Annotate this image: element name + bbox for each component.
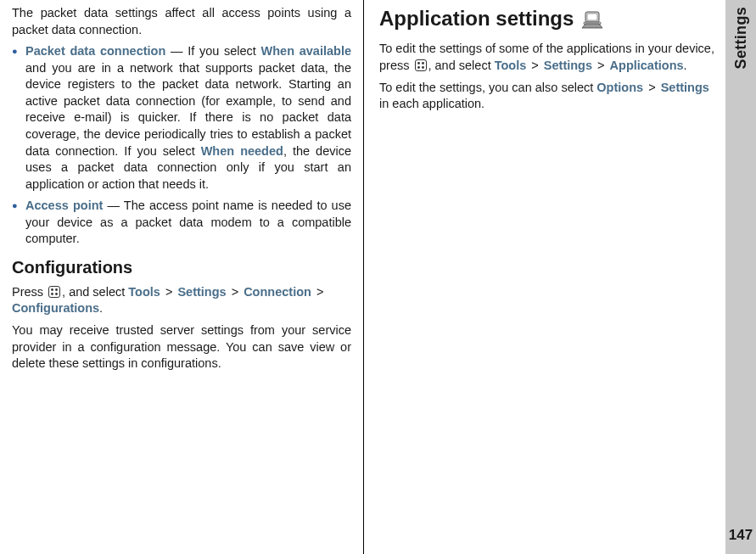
- svg-point-10: [422, 62, 424, 64]
- path-tools: Tools: [495, 59, 527, 72]
- configurations-body: You may receive trusted server settings …: [12, 322, 351, 372]
- svg-point-3: [51, 293, 53, 295]
- configurations-heading: Configurations: [12, 256, 351, 279]
- path-applications: Applications: [610, 59, 684, 72]
- path-options: Options: [596, 81, 643, 94]
- text: , and select: [428, 59, 495, 72]
- menu-key-icon: [415, 59, 427, 71]
- separator: >: [648, 81, 655, 94]
- menu-key-icon: [48, 286, 60, 298]
- path-configurations: Configurations: [12, 301, 99, 315]
- separator: >: [597, 59, 604, 72]
- svg-point-4: [55, 293, 58, 295]
- term-access-point: Access point: [25, 199, 103, 212]
- right-column: Application settings To edit the setting…: [364, 0, 725, 554]
- text: in each application.: [379, 97, 484, 110]
- text: and you are in a network that supports p…: [25, 61, 351, 158]
- svg-rect-0: [49, 286, 60, 297]
- text: .: [684, 59, 687, 72]
- option-when-available: When available: [261, 44, 351, 58]
- separator: >: [531, 59, 538, 72]
- svg-point-12: [422, 66, 424, 69]
- manual-page: The packet data settings affect all acce…: [0, 0, 756, 554]
- term-packet-data-connection: Packet data connection: [25, 44, 165, 58]
- path-settings: Settings: [661, 81, 709, 94]
- list-item: Packet data connection — If you select W…: [12, 43, 351, 193]
- sidebar-section-title: Settings: [732, 7, 750, 69]
- list-item: Access point — The access point name is …: [12, 198, 351, 248]
- path-connection: Connection: [244, 285, 311, 299]
- app-settings-path-1: To edit the settings of some of the appl…: [379, 41, 719, 74]
- intro-paragraph: The packet data settings affect all acce…: [12, 5, 351, 38]
- text: Press: [12, 285, 47, 299]
- svg-point-2: [55, 288, 58, 291]
- left-column: The packet data settings affect all acce…: [7, 0, 364, 554]
- separator: >: [165, 285, 172, 299]
- path-settings: Settings: [544, 59, 592, 72]
- heading-text: Application settings: [379, 5, 574, 32]
- text: , and select: [62, 285, 128, 299]
- page-number: 147: [729, 527, 753, 544]
- application-settings-heading: Application settings: [379, 5, 719, 32]
- application-settings-icon: [580, 9, 604, 28]
- packet-data-list: Packet data connection — If you select W…: [12, 43, 351, 248]
- svg-rect-8: [415, 59, 426, 70]
- page-sidebar: Settings 147: [725, 0, 756, 554]
- svg-rect-6: [587, 14, 597, 20]
- app-settings-path-2: To edit the settings, you can also selec…: [379, 80, 719, 113]
- text: — If you select: [165, 44, 260, 58]
- svg-point-1: [51, 288, 53, 291]
- text: .: [99, 301, 103, 315]
- option-when-needed: When needed: [201, 144, 283, 158]
- separator: >: [316, 285, 323, 299]
- path-settings: Settings: [177, 285, 226, 299]
- svg-point-9: [417, 62, 420, 64]
- separator: >: [232, 285, 238, 299]
- text: To edit the settings, you can also selec…: [379, 81, 596, 94]
- svg-point-11: [417, 66, 420, 69]
- path-tools: Tools: [128, 285, 160, 299]
- configurations-path: Press , and select Tools > Settings > Co…: [12, 284, 351, 317]
